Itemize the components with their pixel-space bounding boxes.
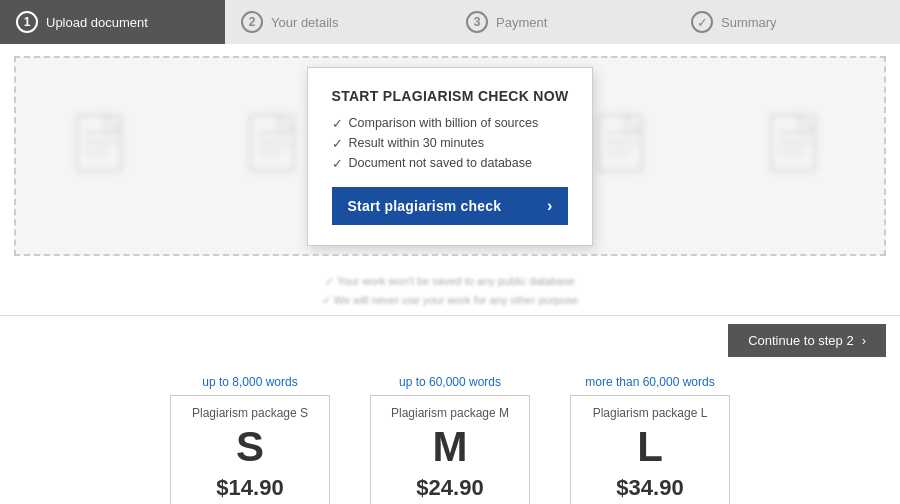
package-m-box[interactable]: Plagiarism package M M $24.90 — [370, 395, 530, 504]
upload-area[interactable]: START PLAGIARISM CHECK NOW ✓ Comparison … — [14, 56, 886, 256]
feature-item-2: ✓ Result within 30 minutes — [332, 136, 569, 151]
start-button-label: Start plagiarism check — [348, 198, 502, 214]
popup-features-list: ✓ Comparison with billion of sources ✓ R… — [332, 116, 569, 171]
continue-arrow: › — [862, 333, 866, 348]
package-s-words-label: up to 8,000 words — [170, 375, 330, 389]
step-label-details: Your details — [271, 15, 338, 30]
feature-item-3: ✓ Document not saved to database — [332, 156, 569, 171]
step-label-upload: Upload document — [46, 15, 148, 30]
package-l-name: Plagiarism package L — [587, 406, 713, 420]
step-summary[interactable]: ✓ Summary — [675, 0, 900, 44]
notice-line-1: ✓ Your work won't be saved to any public… — [0, 272, 900, 291]
package-l-letter: L — [587, 424, 713, 470]
plagiarism-check-popup: START PLAGIARISM CHECK NOW ✓ Comparison … — [307, 67, 594, 246]
start-button-arrow: › — [547, 197, 553, 215]
package-l-box[interactable]: Plagiarism package L L $34.90 — [570, 395, 730, 504]
check-icon-2: ✓ — [332, 136, 343, 151]
package-m-letter: M — [387, 424, 513, 470]
package-s-price: $14.90 — [187, 475, 313, 501]
package-m-col[interactable]: up to 60,000 words Plagiarism package M … — [370, 375, 530, 504]
continue-bar: Continue to step 2 › — [0, 315, 900, 365]
file-icon-4 — [594, 113, 654, 200]
step-upload[interactable]: 1 Upload document — [0, 0, 225, 44]
stepper: 1 Upload document 2 Your details 3 Payme… — [0, 0, 900, 44]
popup-title: START PLAGIARISM CHECK NOW — [332, 88, 569, 104]
package-s-box[interactable]: Plagiarism package S S $14.90 — [170, 395, 330, 504]
package-l-price: $34.90 — [587, 475, 713, 501]
packages-section: up to 8,000 words Plagiarism package S S… — [0, 365, 900, 504]
file-icon-1 — [73, 113, 133, 200]
step-number-2: 2 — [241, 11, 263, 33]
check-icon-1: ✓ — [332, 116, 343, 131]
notice-line-2: ✓ We will never use your work for any ot… — [0, 291, 900, 310]
file-icon-2 — [246, 113, 306, 200]
check-icon-3: ✓ — [332, 156, 343, 171]
step-check-summary: ✓ — [691, 11, 713, 33]
step-number-1: 1 — [16, 11, 38, 33]
package-s-col[interactable]: up to 8,000 words Plagiarism package S S… — [170, 375, 330, 504]
bottom-notice: ✓ Your work won't be saved to any public… — [0, 268, 900, 315]
package-s-name: Plagiarism package S — [187, 406, 313, 420]
package-m-name: Plagiarism package M — [387, 406, 513, 420]
package-l-words-label: more than 60,000 words — [570, 375, 730, 389]
step-payment[interactable]: 3 Payment — [450, 0, 675, 44]
feature-text-3: Document not saved to database — [349, 156, 532, 170]
packages-row: up to 8,000 words Plagiarism package S S… — [40, 375, 860, 504]
package-m-words-label: up to 60,000 words — [370, 375, 530, 389]
continue-label: Continue to step 2 — [748, 333, 854, 348]
step-number-3: 3 — [466, 11, 488, 33]
feature-item-1: ✓ Comparison with billion of sources — [332, 116, 569, 131]
step-details[interactable]: 2 Your details — [225, 0, 450, 44]
package-s-letter: S — [187, 424, 313, 470]
continue-to-step-2-button[interactable]: Continue to step 2 › — [728, 324, 886, 357]
feature-text-2: Result within 30 minutes — [349, 136, 484, 150]
package-m-price: $24.90 — [387, 475, 513, 501]
step-label-summary: Summary — [721, 15, 777, 30]
start-plagiarism-check-button[interactable]: Start plagiarism check › — [332, 187, 569, 225]
feature-text-1: Comparison with billion of sources — [349, 116, 539, 130]
package-l-col[interactable]: more than 60,000 words Plagiarism packag… — [570, 375, 730, 504]
file-icon-5 — [767, 113, 827, 200]
step-label-payment: Payment — [496, 15, 547, 30]
